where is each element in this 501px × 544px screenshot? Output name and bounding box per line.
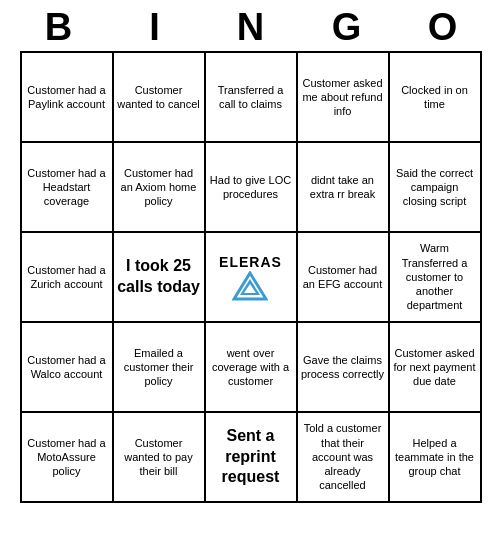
cell-r1c1: Customer had an Axiom home policy — [114, 143, 206, 233]
letter-b: B — [15, 6, 103, 49]
eleras-text: ELERAS — [219, 253, 282, 271]
cell-r0c1: Customer wanted to cancel — [114, 53, 206, 143]
cell-r2c2: ELERAS — [206, 233, 298, 323]
cell-r2c4: Warm Transferred a customer to another d… — [390, 233, 482, 323]
cell-r2c1: I took 25 calls today — [114, 233, 206, 323]
cell-r3c1: Emailed a customer their policy — [114, 323, 206, 413]
cell-r1c0: Customer had a Headstart coverage — [22, 143, 114, 233]
cell-r4c0: Customer had a MotoAssure policy — [22, 413, 114, 503]
cell-r0c4: Clocked in on time — [390, 53, 482, 143]
cell-r0c3: Customer asked me about refund info — [298, 53, 390, 143]
cell-r4c1: Customer wanted to pay their bill — [114, 413, 206, 503]
cell-r1c4: Said the correct campaign closing script — [390, 143, 482, 233]
letter-g: G — [303, 6, 391, 49]
cell-r3c3: Gave the claims process correctly — [298, 323, 390, 413]
cell-r3c0: Customer had a Walco account — [22, 323, 114, 413]
cell-r4c3: Told a customer that their account was a… — [298, 413, 390, 503]
cell-r3c2: went over coverage with a customer — [206, 323, 298, 413]
cell-r1c2: Had to give LOC procedures — [206, 143, 298, 233]
letter-i: I — [111, 6, 199, 49]
eleras-logo: ELERAS — [219, 253, 282, 301]
cell-r4c2: Sent a reprint request — [206, 413, 298, 503]
cell-r1c3: didnt take an extra rr break — [298, 143, 390, 233]
cell-r0c2: Transferred a call to claims — [206, 53, 298, 143]
cell-r2c0: Customer had a Zurich account — [22, 233, 114, 323]
letter-n: N — [207, 6, 295, 49]
cell-r0c0: Customer had a Paylink account — [22, 53, 114, 143]
cell-r2c3: Customer had an EFG account — [298, 233, 390, 323]
bingo-header: B I N G O — [11, 0, 491, 51]
bingo-grid: Customer had a Paylink account Customer … — [20, 51, 482, 503]
cell-r3c4: Customer asked for next payment due date — [390, 323, 482, 413]
cell-r4c4: Helped a teammate in the group chat — [390, 413, 482, 503]
letter-o: O — [399, 6, 487, 49]
eleras-chevron-icon — [232, 271, 268, 301]
